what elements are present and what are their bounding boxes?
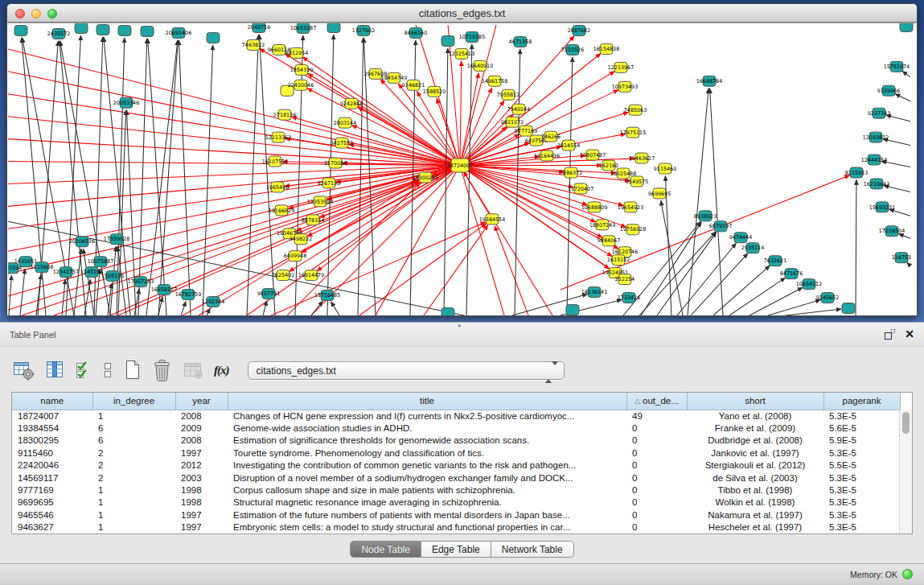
graph-node[interactable] [75, 23, 88, 33]
graph-edge [786, 309, 841, 315]
table-cell: 5.6E-5 [823, 422, 900, 434]
window-titlebar[interactable]: citations_edges.txt [7, 4, 917, 23]
graph-edge [729, 278, 786, 315]
table-cell: 0 [626, 422, 687, 434]
graph-edge [856, 179, 856, 315]
graph-node-label: 8466160 [405, 30, 427, 36]
clear-rows-icon[interactable] [103, 360, 113, 381]
graph-node-label: 19384554 [479, 216, 505, 223]
graph-node-label: 17957253 [128, 278, 154, 285]
table-row[interactable]: 1456911722003Disruption of a novel membe… [12, 472, 900, 484]
table-source-select[interactable]: citations_edges.txt [248, 361, 565, 380]
graph-node[interactable] [842, 303, 855, 314]
column-header[interactable]: year [175, 393, 228, 410]
table-row[interactable]: 977716911998Corpus callosum shape and si… [12, 484, 900, 496]
graph-node-label: 8912954 [285, 50, 308, 56]
graph-node-label: 10654112 [796, 281, 822, 287]
table-column-icon[interactable] [45, 360, 64, 381]
float-panel-icon[interactable] [885, 329, 895, 340]
graph-node-label: 15720407 [568, 186, 593, 192]
graph-edge [460, 166, 552, 315]
table-cell: Tibbo et al. (1998) [687, 484, 823, 496]
table-toolbar: f(x) citations_edges.txt [13, 356, 565, 385]
graph-edge [8, 166, 460, 297]
graph-edge [247, 35, 259, 315]
graph-node[interactable] [327, 23, 340, 32]
graph-node-label: 12213363 [265, 134, 291, 141]
delete-trash-icon[interactable] [152, 359, 172, 381]
table-cell: 1 [92, 521, 175, 534]
graph-node[interactable] [441, 35, 454, 46]
column-header[interactable]: title [228, 393, 626, 410]
graph-node[interactable] [207, 32, 220, 43]
table-row[interactable]: 911546021997Tourette syndrome. Phenomeno… [12, 447, 900, 459]
graph-node[interactable] [97, 24, 109, 35]
column-header[interactable]: △out_de... [626, 393, 687, 410]
table-row[interactable]: 2242004622012Investigating the contribut… [12, 459, 900, 472]
close-panel-icon[interactable]: ✕ [905, 328, 914, 340]
graph-node[interactable] [118, 25, 131, 35]
column-header[interactable]: name [12, 393, 92, 410]
table-cell: 2 [92, 472, 175, 484]
graph-node[interactable] [441, 308, 454, 315]
graph-edge [902, 71, 910, 77]
table-cell: Wolkin et al. (1998) [687, 496, 823, 509]
graph-node-label: 9474444 [729, 234, 752, 241]
table-cell: 18300295 [12, 435, 92, 447]
graph-node-label: 7515526 [561, 47, 584, 53]
graph-node-label: 19463627 [629, 155, 655, 162]
memory-status-label: Memory: OK [850, 570, 897, 579]
table-row[interactable]: 946362711997Embryonic stem cells: a mode… [12, 521, 900, 534]
table-header-row: namein_degreeyeartitle△out_de...shortpag… [12, 393, 900, 410]
graph-node-label: 9146821 [402, 82, 425, 89]
network-graph[interactable]: 2435572206914062049716106532871327602846… [8, 23, 916, 315]
table-vertical-scrollbar[interactable] [899, 410, 912, 534]
function-icon[interactable]: f(x) [214, 364, 229, 377]
table-row[interactable]: 1872400712008Changes of HCN gene express… [12, 410, 900, 422]
graph-node-label: 162160 [599, 163, 618, 169]
tab-node-table[interactable]: Node Table [350, 541, 421, 558]
split-pane-grip-icon[interactable]: ▴ [458, 322, 462, 328]
column-header[interactable]: short [687, 393, 823, 410]
new-document-icon[interactable] [124, 359, 142, 381]
table-cell: Estimation of significance thresholds fo… [228, 435, 626, 447]
table-panel-header: ▴ Table Panel ✕ [0, 322, 924, 347]
graph-node-label: 12342757 [53, 269, 79, 275]
table-cell: 9465546 [12, 509, 92, 521]
graph-node-label: 2435572 [47, 31, 70, 37]
table-row[interactable]: 946554611997Estimation of the future num… [12, 509, 900, 521]
scrollbar-thumb[interactable] [902, 412, 910, 434]
table-row[interactable]: 1830029562008Estimation of significance … [12, 435, 900, 447]
table-cell: 5.3E-5 [823, 496, 900, 509]
graph-edge [8, 166, 460, 207]
graph-node-label: 9115460 [654, 166, 676, 172]
graph-node[interactable] [900, 23, 913, 31]
table-settings-icon[interactable] [13, 360, 35, 381]
column-header[interactable]: in_degree [92, 393, 175, 410]
graph-node-label: 6409948 [284, 253, 306, 259]
window-title: citations_edges.txt [7, 7, 917, 19]
table-cell: 0 [626, 521, 687, 534]
tab-edge-table[interactable]: Edge Table [421, 541, 491, 558]
table-cell: 19384554 [12, 422, 92, 434]
network-canvas[interactable]: 2435572206914062049716106532871327602846… [8, 23, 916, 315]
table-row[interactable]: 969969511998Structural magnetic resonanc… [12, 496, 900, 509]
tab-network-table[interactable]: Network Table [491, 541, 574, 558]
table-cell: 5.3E-5 [823, 509, 900, 521]
table-row[interactable]: 1938455462009Genome-wide association stu… [12, 422, 900, 434]
graph-node-label: 16640910 [467, 63, 493, 69]
table-cell: 2009 [175, 422, 228, 434]
graph-edge [495, 226, 528, 315]
select-rows-icon[interactable] [75, 360, 92, 381]
graph-node-label: 9549575 [626, 179, 648, 185]
graph-node[interactable] [566, 305, 579, 315]
graph-node[interactable] [14, 25, 27, 35]
graph-edge [181, 302, 186, 315]
column-header[interactable]: pagerank [823, 393, 900, 410]
graph-node-label: 18724007 [447, 163, 473, 169]
table-cell: Stergiakouli et al. (2012) [687, 459, 823, 472]
graph-node-label: 16782759 [175, 291, 201, 298]
delete-table-icon [183, 360, 203, 381]
graph-node-label: 9329966 [877, 88, 900, 94]
graph-node[interactable] [141, 26, 154, 36]
